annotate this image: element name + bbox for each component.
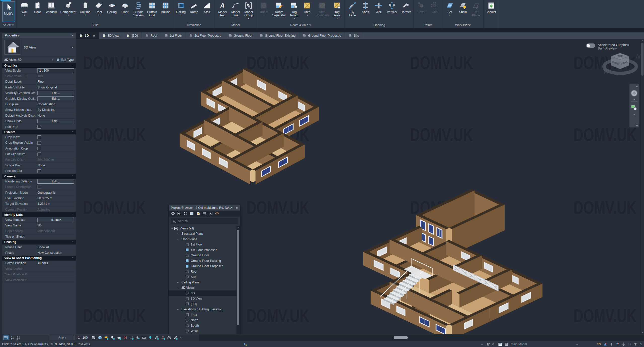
close-icon[interactable]: × bbox=[236, 206, 238, 210]
navigation-cube-icon[interactable] bbox=[167, 335, 172, 340]
sheets-icon[interactable] bbox=[195, 211, 201, 216]
properties-header[interactable]: Properties × bbox=[2, 33, 76, 38]
chevron-down-icon[interactable] bbox=[575, 342, 580, 346]
checkbox[interactable] bbox=[37, 141, 41, 145]
view-tab-3d[interactable]: 3D× bbox=[76, 32, 99, 39]
displace-elements-icon[interactable] bbox=[154, 335, 159, 340]
ceiling-button[interactable]: Ceiling bbox=[106, 1, 118, 22]
properties-filter-icon[interactable] bbox=[4, 335, 9, 340]
checkbox[interactable] bbox=[37, 135, 41, 139]
ribbon-group-label[interactable]: Model bbox=[215, 23, 256, 28]
component-button[interactable]: Component▼ bbox=[59, 1, 78, 22]
model-group-button[interactable]: Model Group▼ bbox=[242, 1, 255, 22]
tree-item-views-all[interactable]: −Views (all) bbox=[169, 226, 236, 231]
tree-item-floor-plans[interactable]: −Floor Plans bbox=[169, 236, 236, 242]
main-model-select[interactable]: Main Model bbox=[511, 342, 566, 346]
chevron-down-icon[interactable]: ▼ bbox=[71, 46, 74, 49]
tree-item-north[interactable]: North bbox=[169, 318, 236, 323]
stair-button[interactable]: Stair bbox=[201, 1, 213, 22]
lighting-icon[interactable] bbox=[110, 335, 115, 340]
chevron-down-icon[interactable]: ˅ bbox=[52, 59, 54, 61]
sort-za-icon[interactable]: ZA bbox=[16, 335, 21, 340]
visual-style-icon[interactable] bbox=[91, 335, 96, 340]
compass-north-label[interactable]: N bbox=[636, 53, 640, 60]
section-header-phasing[interactable]: Phasing⌃ bbox=[2, 240, 76, 244]
pin-icon[interactable] bbox=[609, 342, 614, 346]
tree-item-sections-building-section[interactable]: +Sections (Building Section) bbox=[169, 334, 236, 334]
wall-button[interactable]: Wall▼ bbox=[18, 1, 31, 22]
scroll-up-icon[interactable]: ▲ bbox=[641, 39, 644, 42]
expand-icon[interactable]: + bbox=[176, 281, 179, 284]
tag-room-button[interactable]: 1Tag Room▼ bbox=[288, 1, 300, 22]
reveal-hidden-glasses-icon[interactable] bbox=[142, 335, 146, 340]
set-button[interactable]: Set▼ bbox=[444, 1, 456, 22]
design-options-list-icon[interactable] bbox=[498, 342, 503, 346]
railing-button[interactable]: Railing▼ bbox=[175, 1, 187, 22]
links-icon[interactable] bbox=[214, 211, 220, 216]
editable-only-icon[interactable] bbox=[243, 342, 248, 346]
expand-icon[interactable]: + bbox=[176, 232, 179, 235]
property-value[interactable]: None bbox=[36, 164, 76, 167]
model-text-button[interactable]: AModel Text bbox=[216, 1, 229, 22]
type-thumbnail[interactable] bbox=[4, 40, 20, 55]
tree-scrollbar-thumb[interactable] bbox=[237, 230, 239, 325]
close-icon[interactable]: × bbox=[93, 34, 95, 38]
accelerated-graphics-toggle[interactable] bbox=[586, 43, 595, 48]
property-value[interactable]: 3D bbox=[36, 224, 76, 227]
section-header-graphics[interactable]: Graphics⌃ bbox=[2, 63, 76, 68]
property-value[interactable]: 30.0325 m bbox=[36, 196, 76, 200]
tag-area-button[interactable]: 1Tag Area▼ bbox=[331, 1, 343, 22]
drawing-area[interactable]: DOMV.UKDOMV.UKDOMV.UKDOMV.UKDOMV.UKDOMV.… bbox=[76, 39, 644, 334]
legends-icon[interactable] bbox=[183, 211, 188, 216]
property-value[interactable]: Coordination bbox=[36, 103, 76, 106]
room-separator-button[interactable]: Room Separator bbox=[271, 1, 287, 22]
reveal-constraints-icon[interactable] bbox=[160, 335, 165, 340]
ribbon-group-label[interactable]: Circulation bbox=[173, 23, 215, 28]
collapse-view-bar-icon[interactable]: < bbox=[180, 336, 182, 339]
close-icon[interactable]: × bbox=[71, 33, 73, 37]
ribbon-group-label[interactable]: Work Plane bbox=[442, 23, 484, 28]
ribbon-group-label[interactable]: Opening bbox=[345, 23, 414, 28]
navigation-bar-icons[interactable]: ▾ ▾ bbox=[629, 87, 639, 127]
view-tab-site[interactable]: Site bbox=[345, 32, 363, 39]
viewcube-top-label[interactable]: TOP bbox=[618, 55, 623, 58]
design-options-edit-icon[interactable] bbox=[504, 342, 509, 346]
section-header-identity-data[interactable]: Identity Data⌃ bbox=[2, 212, 76, 217]
ribbon-group-label[interactable] bbox=[484, 23, 499, 28]
edit-button[interactable]: Edit... bbox=[37, 179, 74, 184]
view-tab-1st-floor-proposed[interactable]: 1st Floor-Proposed bbox=[186, 32, 225, 39]
reveal-hidden-lock-icon[interactable] bbox=[135, 335, 140, 340]
view-tab-ground-floor[interactable]: Ground Floor bbox=[225, 32, 256, 39]
tree-item-structural-plans[interactable]: +Structural Plans bbox=[169, 231, 236, 237]
edit-type-button[interactable]: Edit Type bbox=[57, 58, 74, 62]
edit-button[interactable]: Edit... bbox=[37, 119, 74, 123]
by-face-button[interactable]: By Face bbox=[346, 1, 359, 22]
shaft-button[interactable]: Shaft bbox=[359, 1, 372, 22]
project-browser-title-bar[interactable]: Project Browser - 2 Old maidstone Rd, DA… bbox=[169, 205, 240, 211]
view-tab-1st-floor[interactable]: 1st Floor bbox=[161, 32, 186, 39]
edit-button[interactable]: Edit... bbox=[37, 96, 74, 101]
tree-item-elevations-building-elevation[interactable]: −Elevations (Building Elevation) bbox=[169, 307, 236, 312]
property-value[interactable]: 1.2341 m bbox=[36, 202, 76, 206]
horizontal-scrollbar[interactable] bbox=[199, 334, 644, 341]
checkbox[interactable] bbox=[37, 169, 41, 173]
rendering-icon[interactable] bbox=[116, 335, 121, 340]
section-header-camera[interactable]: Camera⌃ bbox=[2, 174, 76, 179]
view-tab--3d-[interactable]: {3D} bbox=[123, 32, 142, 39]
select-toggle-icon[interactable] bbox=[627, 342, 632, 346]
filter-icon[interactable] bbox=[633, 342, 638, 346]
tree-scrollbar[interactable]: ▲ ▼ bbox=[236, 226, 240, 334]
sun-settings-icon[interactable] bbox=[104, 335, 109, 340]
property-value[interactable]: By Discipline bbox=[36, 108, 76, 112]
unpin-icon[interactable] bbox=[615, 342, 620, 346]
views-icon[interactable] bbox=[176, 211, 182, 216]
area-button[interactable]: Area▼ bbox=[301, 1, 313, 22]
property-value[interactable]: Show Original bbox=[36, 86, 76, 89]
checkbox[interactable] bbox=[37, 125, 41, 129]
search-box[interactable]: Search bbox=[171, 218, 238, 224]
curtain-system-button[interactable]: Curtain System bbox=[132, 1, 145, 22]
tree-item-ceiling-plans[interactable]: +Ceiling Plans bbox=[169, 280, 236, 285]
sort-az-icon[interactable]: AZ bbox=[10, 335, 15, 340]
collapse-icon[interactable]: − bbox=[171, 227, 174, 230]
scroll-up-icon[interactable]: ▲ bbox=[236, 226, 240, 228]
